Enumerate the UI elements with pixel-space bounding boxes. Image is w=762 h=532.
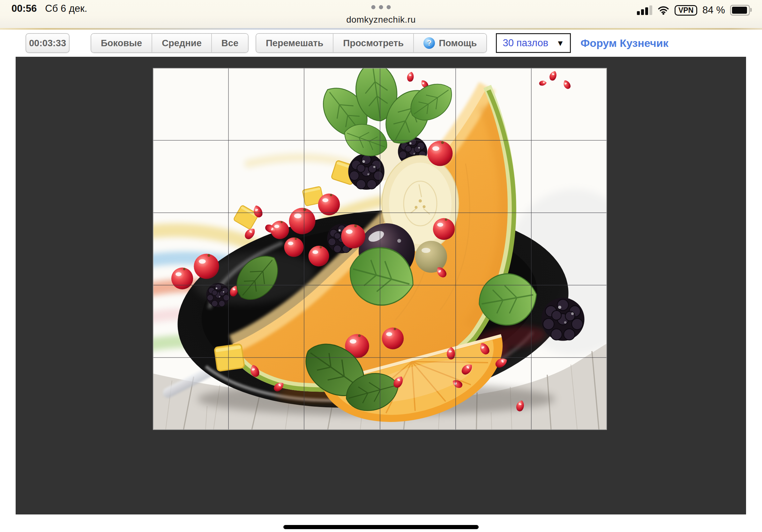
help-button[interactable]: ? Помощь [413,34,486,52]
bottom-safe-area [0,514,762,532]
vpn-badge: VPN [675,5,697,16]
puzzle-toolbar: 00:03:33 Боковые Средние Все Перемешать … [0,30,762,57]
dot-icon [387,5,391,9]
ios-status-bar: 00:56Сб 6 дек. domkyznechik.ru VPN 84 % [0,0,762,28]
piece-filter-group: Боковые Средние Все [91,33,249,53]
status-time: 00:56 [12,3,37,14]
page-dots-icon [371,5,391,9]
timer-display: 00:03:33 [26,33,70,53]
clock-and-date: 00:56Сб 6 дек. [12,3,87,14]
battery-icon [730,5,750,16]
puzzle-canvas[interactable] [16,57,746,514]
battery-percent: 84 % [702,4,725,16]
dot-icon [371,5,376,9]
chevron-down-icon: ▼ [556,38,564,48]
filter-edges-button[interactable]: Боковые [91,34,152,52]
status-date: Сб 6 дек. [45,3,87,14]
dot-icon [379,5,383,9]
shuffle-button[interactable]: Перемешать [256,34,333,52]
cellular-signal-icon [637,5,652,15]
puzzle-image [153,68,607,430]
filter-middle-button[interactable]: Средние [152,34,211,52]
preview-button[interactable]: Просмотреть [333,34,413,52]
forum-link[interactable]: Форум Кузнечик [580,33,668,53]
help-button-label: Помощь [439,38,477,48]
home-indicator[interactable] [283,525,479,529]
actions-group: Перемешать Просмотреть ? Помощь [256,33,487,53]
puzzle-count-value: 30 пазлов [502,37,551,49]
help-globe-icon: ? [423,37,435,49]
filter-all-button[interactable]: Все [211,34,248,52]
puzzle-count-select[interactable]: 30 пазлов ▼ [496,33,571,53]
wifi-icon [657,5,669,15]
puzzle-board[interactable] [153,68,607,430]
address-bar-url[interactable]: domkyznechik.ru [346,15,416,25]
status-icons: VPN 84 % [637,4,752,17]
